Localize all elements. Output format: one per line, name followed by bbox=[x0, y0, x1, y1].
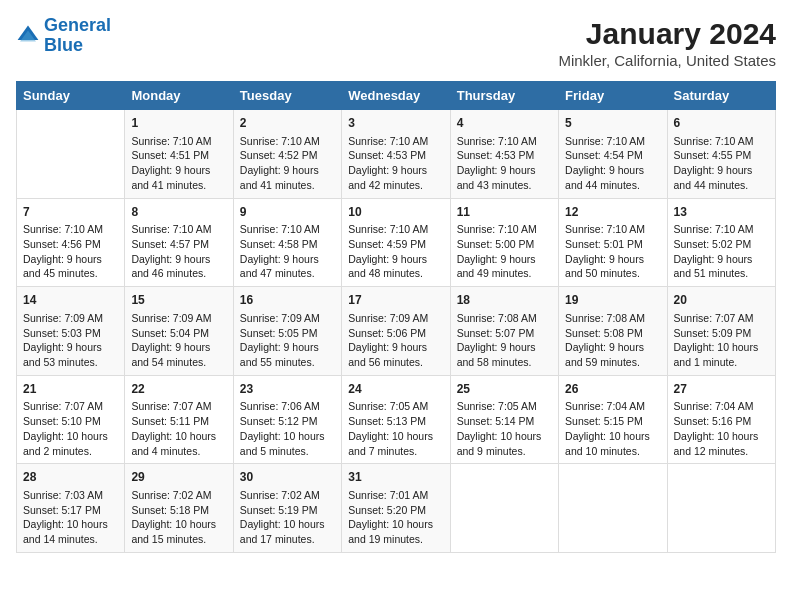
day-number: 21 bbox=[23, 381, 118, 398]
day-info: and 50 minutes. bbox=[565, 266, 660, 281]
day-number: 6 bbox=[674, 115, 769, 132]
day-info: Sunset: 5:16 PM bbox=[674, 414, 769, 429]
day-info: and 43 minutes. bbox=[457, 178, 552, 193]
day-info: Daylight: 9 hours bbox=[23, 340, 118, 355]
day-info: Sunrise: 7:10 AM bbox=[674, 134, 769, 149]
logo-blue: Blue bbox=[44, 35, 83, 55]
day-info: Sunset: 5:14 PM bbox=[457, 414, 552, 429]
calendar-cell: 12Sunrise: 7:10 AMSunset: 5:01 PMDayligh… bbox=[559, 198, 667, 287]
day-info: Sunset: 5:20 PM bbox=[348, 503, 443, 518]
day-number: 22 bbox=[131, 381, 226, 398]
day-info: Sunset: 5:02 PM bbox=[674, 237, 769, 252]
day-info: Daylight: 10 hours bbox=[23, 517, 118, 532]
day-info: Sunrise: 7:09 AM bbox=[23, 311, 118, 326]
day-info: and 41 minutes. bbox=[240, 178, 335, 193]
day-info: and 4 minutes. bbox=[131, 444, 226, 459]
day-info: Daylight: 10 hours bbox=[131, 517, 226, 532]
day-info: Sunset: 4:52 PM bbox=[240, 148, 335, 163]
calendar-cell: 8Sunrise: 7:10 AMSunset: 4:57 PMDaylight… bbox=[125, 198, 233, 287]
day-number: 11 bbox=[457, 204, 552, 221]
day-number: 25 bbox=[457, 381, 552, 398]
day-info: Daylight: 9 hours bbox=[348, 340, 443, 355]
day-info: and 42 minutes. bbox=[348, 178, 443, 193]
calendar-week-row: 28Sunrise: 7:03 AMSunset: 5:17 PMDayligh… bbox=[17, 464, 776, 553]
day-number: 31 bbox=[348, 469, 443, 486]
calendar-cell: 19Sunrise: 7:08 AMSunset: 5:08 PMDayligh… bbox=[559, 287, 667, 376]
calendar-cell: 10Sunrise: 7:10 AMSunset: 4:59 PMDayligh… bbox=[342, 198, 450, 287]
day-of-week-header: Tuesday bbox=[233, 82, 341, 110]
calendar-cell: 2Sunrise: 7:10 AMSunset: 4:52 PMDaylight… bbox=[233, 110, 341, 199]
day-info: Daylight: 9 hours bbox=[240, 340, 335, 355]
day-info: Sunset: 4:51 PM bbox=[131, 148, 226, 163]
day-info: Sunrise: 7:10 AM bbox=[457, 222, 552, 237]
day-info: and 45 minutes. bbox=[23, 266, 118, 281]
day-info: Sunrise: 7:02 AM bbox=[131, 488, 226, 503]
day-info: Sunset: 4:56 PM bbox=[23, 237, 118, 252]
day-info: Sunrise: 7:10 AM bbox=[565, 134, 660, 149]
day-info: and 48 minutes. bbox=[348, 266, 443, 281]
day-info: Sunset: 5:03 PM bbox=[23, 326, 118, 341]
day-info: Sunrise: 7:10 AM bbox=[131, 134, 226, 149]
calendar-cell bbox=[450, 464, 558, 553]
day-info: and 44 minutes. bbox=[674, 178, 769, 193]
day-number: 30 bbox=[240, 469, 335, 486]
day-info: Sunset: 5:08 PM bbox=[565, 326, 660, 341]
day-number: 10 bbox=[348, 204, 443, 221]
title-block: January 2024 Minkler, California, United… bbox=[558, 16, 776, 69]
day-of-week-header: Monday bbox=[125, 82, 233, 110]
day-info: Sunset: 5:00 PM bbox=[457, 237, 552, 252]
day-number: 16 bbox=[240, 292, 335, 309]
calendar-cell: 5Sunrise: 7:10 AMSunset: 4:54 PMDaylight… bbox=[559, 110, 667, 199]
calendar-cell: 22Sunrise: 7:07 AMSunset: 5:11 PMDayligh… bbox=[125, 375, 233, 464]
day-of-week-header: Saturday bbox=[667, 82, 775, 110]
calendar-week-row: 7Sunrise: 7:10 AMSunset: 4:56 PMDaylight… bbox=[17, 198, 776, 287]
calendar-cell: 14Sunrise: 7:09 AMSunset: 5:03 PMDayligh… bbox=[17, 287, 125, 376]
calendar-cell bbox=[559, 464, 667, 553]
calendar-cell: 20Sunrise: 7:07 AMSunset: 5:09 PMDayligh… bbox=[667, 287, 775, 376]
calendar-cell: 29Sunrise: 7:02 AMSunset: 5:18 PMDayligh… bbox=[125, 464, 233, 553]
calendar-cell: 23Sunrise: 7:06 AMSunset: 5:12 PMDayligh… bbox=[233, 375, 341, 464]
calendar-week-row: 21Sunrise: 7:07 AMSunset: 5:10 PMDayligh… bbox=[17, 375, 776, 464]
day-info: and 14 minutes. bbox=[23, 532, 118, 547]
day-info: Sunrise: 7:04 AM bbox=[565, 399, 660, 414]
day-info: Sunrise: 7:10 AM bbox=[348, 222, 443, 237]
calendar-cell: 16Sunrise: 7:09 AMSunset: 5:05 PMDayligh… bbox=[233, 287, 341, 376]
day-info: and 41 minutes. bbox=[131, 178, 226, 193]
day-info: Daylight: 9 hours bbox=[565, 252, 660, 267]
day-info: Sunrise: 7:03 AM bbox=[23, 488, 118, 503]
day-number: 26 bbox=[565, 381, 660, 398]
day-info: Daylight: 10 hours bbox=[565, 429, 660, 444]
calendar-cell: 9Sunrise: 7:10 AMSunset: 4:58 PMDaylight… bbox=[233, 198, 341, 287]
day-number: 9 bbox=[240, 204, 335, 221]
day-info: Sunrise: 7:10 AM bbox=[565, 222, 660, 237]
day-info: and 10 minutes. bbox=[565, 444, 660, 459]
day-info: Daylight: 10 hours bbox=[348, 517, 443, 532]
day-info: Sunrise: 7:10 AM bbox=[240, 222, 335, 237]
calendar-cell: 7Sunrise: 7:10 AMSunset: 4:56 PMDaylight… bbox=[17, 198, 125, 287]
day-info: Sunrise: 7:10 AM bbox=[348, 134, 443, 149]
day-info: and 19 minutes. bbox=[348, 532, 443, 547]
day-number: 7 bbox=[23, 204, 118, 221]
day-info: Sunrise: 7:10 AM bbox=[131, 222, 226, 237]
calendar-cell: 24Sunrise: 7:05 AMSunset: 5:13 PMDayligh… bbox=[342, 375, 450, 464]
day-info: and 12 minutes. bbox=[674, 444, 769, 459]
day-info: Sunset: 5:11 PM bbox=[131, 414, 226, 429]
day-info: Sunset: 5:19 PM bbox=[240, 503, 335, 518]
day-info: and 53 minutes. bbox=[23, 355, 118, 370]
logo-text: General Blue bbox=[44, 16, 111, 56]
day-info: Sunset: 5:01 PM bbox=[565, 237, 660, 252]
day-info: Sunrise: 7:10 AM bbox=[674, 222, 769, 237]
day-of-week-header: Wednesday bbox=[342, 82, 450, 110]
calendar-cell: 18Sunrise: 7:08 AMSunset: 5:07 PMDayligh… bbox=[450, 287, 558, 376]
day-info: Sunset: 4:53 PM bbox=[457, 148, 552, 163]
page-title: January 2024 bbox=[558, 16, 776, 52]
calendar-week-row: 14Sunrise: 7:09 AMSunset: 5:03 PMDayligh… bbox=[17, 287, 776, 376]
calendar-cell: 11Sunrise: 7:10 AMSunset: 5:00 PMDayligh… bbox=[450, 198, 558, 287]
day-info: Sunset: 5:15 PM bbox=[565, 414, 660, 429]
page-header: General Blue January 2024 Minkler, Calif… bbox=[16, 16, 776, 69]
day-number: 8 bbox=[131, 204, 226, 221]
calendar-cell: 27Sunrise: 7:04 AMSunset: 5:16 PMDayligh… bbox=[667, 375, 775, 464]
calendar-cell: 15Sunrise: 7:09 AMSunset: 5:04 PMDayligh… bbox=[125, 287, 233, 376]
day-info: Sunset: 5:06 PM bbox=[348, 326, 443, 341]
calendar-cell: 25Sunrise: 7:05 AMSunset: 5:14 PMDayligh… bbox=[450, 375, 558, 464]
